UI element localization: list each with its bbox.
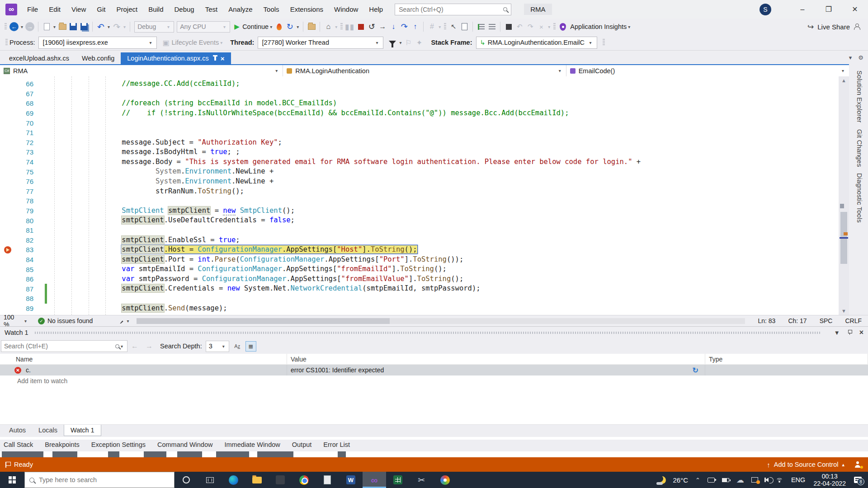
- code-line[interactable]: 76 System.Environment.NewLine +: [0, 177, 839, 187]
- taskbar-app-notepad[interactable]: [316, 472, 339, 488]
- account-avatar[interactable]: S: [760, 4, 771, 15]
- code-text[interactable]: // if (!string.IsNullOrWhiteSpace(bccEma…: [47, 108, 839, 118]
- clock[interactable]: 00:13 22-04-2022: [809, 472, 850, 488]
- process-combo[interactable]: [19060] iisexpress.exe▾: [38, 37, 157, 49]
- open-file-icon[interactable]: [59, 24, 66, 30]
- breakpoint-current-statement-icon[interactable]: [4, 246, 11, 253]
- show-hidden-icons-chevron[interactable]: ⌃: [692, 472, 704, 488]
- code-line[interactable]: 80 smtpClient.UseDefaultCredentials = fa…: [0, 216, 839, 225]
- screenshot-icon[interactable]: ⌂: [323, 21, 334, 33]
- code-text[interactable]: var smtpEmailId = ConfigurationManager.A…: [47, 264, 839, 274]
- code-text[interactable]: smtpClient.EnableSsl = true;: [47, 235, 839, 245]
- code-line[interactable]: 88: [0, 294, 839, 304]
- onedrive-icon[interactable]: ☁: [733, 472, 748, 488]
- search-depth-combo[interactable]: 3▾: [206, 341, 229, 352]
- feedback-person-icon[interactable]: [854, 23, 860, 30]
- tab-list-dropdown-icon[interactable]: ▾: [849, 54, 852, 61]
- code-line[interactable]: 73 message.IsBodyHtml = true; ;: [0, 147, 839, 157]
- redo-dropdown[interactable]: ▾: [123, 24, 126, 29]
- code-line[interactable]: 78: [0, 196, 839, 206]
- editor-vertical-scrollbar[interactable]: ▲ ▼: [839, 76, 849, 315]
- code-text[interactable]: smtpClient.Port = int.Parse(Configuratio…: [47, 255, 839, 265]
- code-text[interactable]: message.Body = "This is system generated…: [47, 157, 839, 167]
- task-view-button[interactable]: [198, 472, 222, 488]
- code-text[interactable]: smtpClient.Host = ConfigurationManager.A…: [47, 245, 839, 255]
- code-text[interactable]: System.Environment.NewLine +: [47, 167, 839, 177]
- undo-icon[interactable]: ↶: [95, 21, 106, 33]
- solution-configuration-combo[interactable]: Debug▾: [134, 21, 174, 33]
- pointer-mode-icon[interactable]: ↖: [448, 21, 459, 33]
- comment-lines-icon[interactable]: [489, 24, 495, 30]
- code-line[interactable]: 71: [0, 128, 839, 138]
- code-line[interactable]: 69 // if (!string.IsNullOrWhiteSpace(bcc…: [0, 108, 839, 118]
- save-icon[interactable]: [70, 23, 77, 30]
- new-file-dropdown[interactable]: ▾: [53, 24, 56, 29]
- watch-search-box[interactable]: ▾: [1, 340, 127, 352]
- navigate-forward-icon[interactable]: →: [25, 22, 34, 31]
- code-line[interactable]: 83 smtpClient.Host = ConfigurationManage…: [0, 245, 839, 255]
- taskbar-app-visual-studio[interactable]: ∞: [363, 472, 386, 488]
- type-dropdown[interactable]: RMA.LoginAuthentication▾: [283, 65, 566, 76]
- code-line[interactable]: 74 message.Body = "This is system genera…: [0, 157, 839, 167]
- live-share-button[interactable]: Live Share: [817, 23, 850, 31]
- code-text[interactable]: message.IsBodyHtml = true; ;: [47, 147, 839, 157]
- indent-lines-icon[interactable]: [478, 24, 485, 30]
- meet-now-icon[interactable]: [708, 478, 715, 483]
- search-next-icon[interactable]: →: [146, 342, 153, 350]
- taskbar-app-word[interactable]: W: [339, 472, 363, 488]
- code-line[interactable]: 84 smtpClient.Port = int.Parse(Configura…: [0, 255, 839, 265]
- pin-icon[interactable]: [214, 56, 216, 61]
- code-line[interactable]: 75 System.Environment.NewLine +: [0, 167, 839, 177]
- save-all-icon[interactable]: [80, 23, 88, 30]
- bottom-tab-command-window[interactable]: Command Window: [157, 440, 218, 451]
- cast-display-icon[interactable]: [751, 477, 758, 483]
- continue-icon[interactable]: ▶: [231, 21, 242, 33]
- menu-analyze[interactable]: Analyze: [223, 0, 258, 19]
- action-center-icon[interactable]: 8: [854, 477, 862, 483]
- step-out-icon[interactable]: ↑: [410, 21, 420, 33]
- taskbar-search-input[interactable]: [39, 476, 170, 483]
- code-text[interactable]: //message.CC.Add(ccEmailId);: [47, 79, 839, 89]
- restart-debugging-icon[interactable]: ↺: [366, 21, 377, 33]
- person-badge-icon[interactable]: [854, 461, 862, 468]
- thread-combo[interactable]: [27780] Worker Thread▾: [258, 37, 383, 49]
- pause-icon[interactable]: ▮▮: [344, 21, 355, 33]
- redo-last-icon[interactable]: ↷: [525, 21, 536, 33]
- watch-search-input[interactable]: [4, 343, 115, 350]
- cortana-button[interactable]: [175, 472, 198, 488]
- minimize-button[interactable]: –: [789, 0, 816, 19]
- bottom-tab-output[interactable]: Output: [292, 440, 317, 451]
- menu-extensions[interactable]: Extensions: [285, 0, 329, 19]
- taskbar-app-file-explorer[interactable]: [245, 472, 269, 488]
- show-next-statement-icon[interactable]: →: [377, 21, 388, 33]
- flag-threads-icon[interactable]: ⚐: [403, 37, 414, 48]
- menu-test[interactable]: Test: [200, 0, 223, 19]
- code-editor[interactable]: 66 //message.CC.Add(ccEmailId);6768 //fo…: [0, 76, 839, 315]
- solution-platform-combo[interactable]: Any CPU▾: [177, 21, 230, 33]
- code-cleanup-dropdown[interactable]: ▾: [127, 319, 129, 324]
- menu-edit[interactable]: Edit: [43, 0, 66, 19]
- source-control-caret-icon[interactable]: ▴: [842, 462, 844, 468]
- close-button[interactable]: ✕: [842, 0, 868, 19]
- format-specifier-toggle-icon[interactable]: Az: [232, 341, 243, 352]
- toolbar-grip[interactable]: [5, 23, 7, 30]
- undo-last-icon[interactable]: ↶: [514, 21, 525, 33]
- code-text[interactable]: smtpClient.Credentials = new System.Net.…: [47, 284, 839, 294]
- volume-icon[interactable]: [765, 478, 769, 482]
- code-cleanup-icon[interactable]: [120, 318, 125, 324]
- menu-tools[interactable]: Tools: [258, 0, 285, 19]
- menu-view[interactable]: View: [66, 0, 91, 19]
- stop-debugging-icon[interactable]: [358, 24, 364, 30]
- tab-locals[interactable]: Locals: [32, 425, 64, 436]
- menu-build[interactable]: Build: [143, 0, 169, 19]
- menu-git[interactable]: Git: [91, 0, 111, 19]
- application-insights-dropdown[interactable]: ▾: [628, 24, 630, 29]
- code-line[interactable]: 82 smtpClient.EnableSsl = true;: [0, 235, 839, 245]
- wifi-icon[interactable]: [776, 477, 784, 483]
- project-dropdown[interactable]: C# RMA▾: [0, 65, 283, 76]
- start-button[interactable]: [0, 472, 24, 488]
- search-previous-icon[interactable]: ←: [131, 342, 138, 350]
- code-line[interactable]: 79 SmtpClient smtpClient = new SmtpClien…: [0, 206, 839, 216]
- code-text[interactable]: smtpClient.Send(message);: [47, 304, 839, 314]
- redo-icon[interactable]: ↷: [111, 21, 122, 33]
